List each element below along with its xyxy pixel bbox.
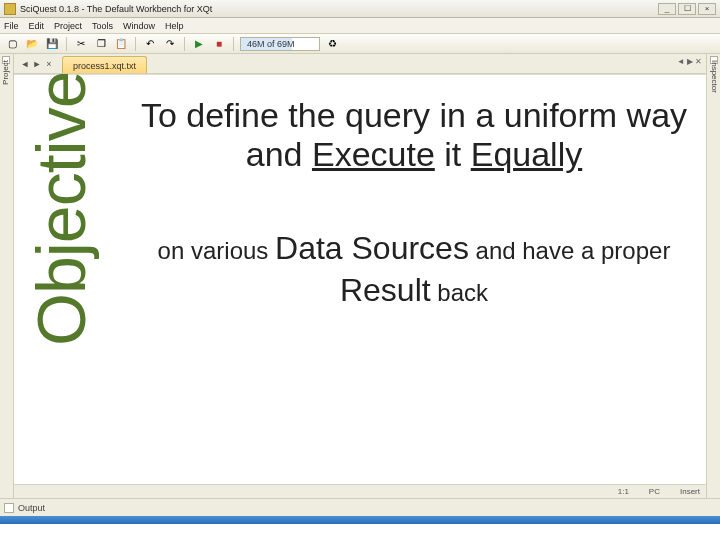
slide-line-1: To define the query in a uniform way and… [128,96,700,174]
file-tab-label: process1.xqt.txt [73,61,136,71]
taskbar-sliver [0,516,720,524]
cut-icon[interactable]: ✂ [73,36,89,52]
slide-body: To define the query in a uniform way and… [128,96,700,311]
tab-prev-icon[interactable]: ◄ [20,59,30,69]
gc-icon[interactable]: ♻ [324,36,340,52]
status-mode-2: Insert [680,487,700,496]
menu-bar: File Edit Project Tools Window Help [0,18,720,34]
menu-file[interactable]: File [4,21,19,31]
maximize-button[interactable]: ☐ [678,3,696,15]
status-mode-1: PC [649,487,660,496]
file-tab-active[interactable]: process1.xqt.txt [62,56,147,73]
editor-statusbar: 1:1 PC Insert [14,484,706,498]
editor-content[interactable]: Objectives To define the query in a unif… [14,74,706,484]
toolbar-separator [135,37,136,51]
close-button[interactable]: × [698,3,716,15]
app-icon [4,3,16,15]
memory-indicator: 46M of 69M [240,37,320,51]
slide-text-emphasis: Result [340,272,431,308]
bottom-panel-collapsed[interactable]: Output [0,498,720,516]
run-icon[interactable]: ▶ [191,36,207,52]
editor-area: ◄ ► × process1.xqt.txt ◄ ▶ ✕ Objectives … [14,54,706,498]
slide-text-underlined: Equally [471,135,583,173]
minimize-button[interactable]: _ [658,3,676,15]
left-panel-collapsed[interactable]: Project [0,54,14,498]
slide-text: To define the query in a uniform way and [141,96,687,173]
redo-icon[interactable]: ↷ [162,36,178,52]
toolbar-separator [66,37,67,51]
tab-next-icon[interactable]: ► [32,59,42,69]
slide-text: it [435,135,471,173]
left-panel-label[interactable]: Project [1,60,10,85]
status-ratio: 1:1 [618,487,629,496]
slide-text: back [431,279,488,306]
toolbar-separator [233,37,234,51]
toolbar: ▢ 📂 💾 ✂ ❐ 📋 ↶ ↷ ▶ ■ 46M of 69M ♻ [0,34,720,54]
slide-text-emphasis: Data Sources [275,230,469,266]
right-panel-label[interactable]: Inspector [710,60,719,93]
copy-icon[interactable]: ❐ [93,36,109,52]
toolbar-separator [184,37,185,51]
right-panel-collapsed[interactable]: Inspector [706,54,720,498]
menu-help[interactable]: Help [165,21,184,31]
slide-text-underlined: Execute [312,135,435,173]
slide-heading: Objectives [22,74,100,346]
slide-text: on various [158,237,275,264]
bottom-panel-label[interactable]: Output [18,503,45,513]
menu-window[interactable]: Window [123,21,155,31]
undo-icon[interactable]: ↶ [142,36,158,52]
stop-icon[interactable]: ■ [211,36,227,52]
content-border [14,74,706,75]
slide-text: and have a proper [469,237,670,264]
open-file-icon[interactable]: 📂 [24,36,40,52]
slide-overlay: Objectives To define the query in a unif… [14,74,706,484]
tabstrip-right-controls[interactable]: ◄ ▶ ✕ [677,57,702,66]
menu-edit[interactable]: Edit [29,21,45,31]
panel-toggle-icon[interactable] [4,503,14,513]
new-file-icon[interactable]: ▢ [4,36,20,52]
tab-close-icon[interactable]: × [44,59,54,69]
workspace: Project ◄ ► × process1.xqt.txt ◄ ▶ ✕ Obj… [0,54,720,498]
paste-icon[interactable]: 📋 [113,36,129,52]
title-bar: SciQuest 0.1.8 - The Default Workbench f… [0,0,720,18]
slide-line-2: on various Data Sources and have a prope… [128,228,700,311]
save-icon[interactable]: 💾 [44,36,60,52]
menu-tools[interactable]: Tools [92,21,113,31]
editor-tabstrip: ◄ ► × process1.xqt.txt ◄ ▶ ✕ [14,54,706,74]
window-title: SciQuest 0.1.8 - The Default Workbench f… [20,4,658,14]
menu-project[interactable]: Project [54,21,82,31]
